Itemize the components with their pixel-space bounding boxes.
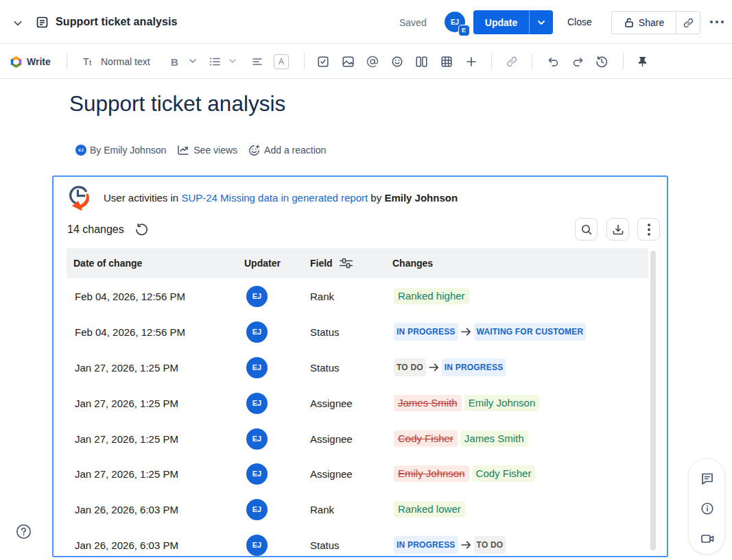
svg-text:T: T xyxy=(83,56,89,67)
svg-text:t: t xyxy=(89,58,91,66)
